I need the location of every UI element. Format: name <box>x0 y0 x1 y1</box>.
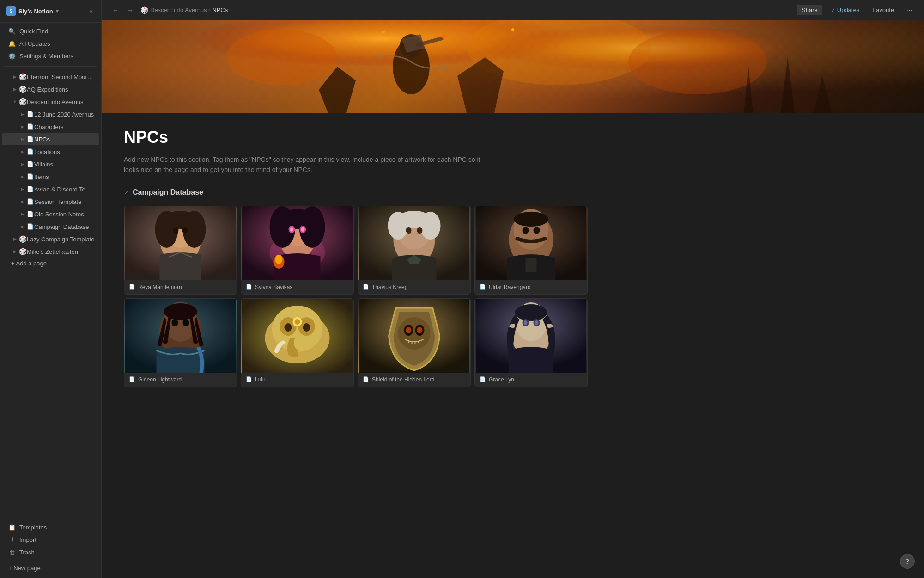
nav-emoji: 🎲 <box>18 247 27 256</box>
page-content: NPCs Add new NPCs to this section. Tag t… <box>102 20 924 578</box>
svg-point-40 <box>417 227 423 234</box>
card-name: Gideon Lightward <box>138 376 182 383</box>
sidebar-item-lazy[interactable]: ▶ 🎲 Lazy Campaign Template <box>2 233 99 245</box>
section-title: Campaign Database <box>133 188 203 197</box>
sidebar-add-page[interactable]: + Add a page <box>2 258 99 269</box>
topbar-right: Share ✓ Updates Favorite ··· <box>797 5 917 15</box>
gallery-card-grace[interactable]: 📄 Grace Lyn <box>474 298 588 387</box>
sidebar-item-label: Avrae & Discord Templates <box>34 186 96 193</box>
svg-point-51 <box>164 303 197 320</box>
sidebar-item-npcs[interactable]: ▶ 📄 NPCs <box>2 133 99 145</box>
sidebar-item-templates[interactable]: 📋 Templates <box>3 521 98 533</box>
sidebar-item-eberron[interactable]: ▶ 🎲 Eberron: Second Mourning <box>2 71 99 83</box>
sidebar-item-label: Import <box>19 536 36 543</box>
sidebar-item-locations[interactable]: ▶ 📄 Locations <box>2 146 99 158</box>
updates-label: Updates <box>837 6 859 13</box>
sidebar-divider <box>4 66 97 67</box>
card-label: 📄 Thavius Kreeg <box>358 280 470 294</box>
card-name: Lulu <box>255 376 266 383</box>
hero-art <box>102 20 924 113</box>
breadcrumb-parent[interactable]: Descent into Avernus <box>150 6 207 13</box>
gallery-card-shield[interactable]: 📄 Shield of the Hidden Lord <box>358 298 471 387</box>
sidebar-item-label: Villains <box>34 161 96 168</box>
favorite-btn[interactable]: Favorite <box>868 5 899 15</box>
svg-point-44 <box>514 212 549 227</box>
breadcrumb-current: NPCs <box>212 6 228 13</box>
workspace-icon: S <box>6 6 16 16</box>
nav-arrow-icon: ▶ <box>18 198 26 205</box>
svg-point-68 <box>417 327 423 333</box>
sidebar-item-trash[interactable]: 🗑 Trash <box>3 546 98 558</box>
sidebar-new-page[interactable]: + New page <box>3 562 98 574</box>
doc-icon: 📄 <box>26 172 34 181</box>
workspace-name: Sly's Notion <box>18 8 53 15</box>
sidebar-item-label: AQ Expeditions <box>27 86 96 93</box>
doc-icon: 📄 <box>26 222 34 231</box>
nav-emoji: 🎲 <box>18 98 27 106</box>
sidebar-item-label: Session Template <box>34 198 96 205</box>
card-name: Sylvira Savikas <box>255 284 292 290</box>
sidebar-item-quick-find[interactable]: 🔍 Quick Find <box>3 25 98 37</box>
breadcrumb-emoji: 🎲 <box>140 6 148 14</box>
back-btn[interactable]: ← <box>109 4 122 17</box>
card-label: 📄 Lulu <box>241 373 353 387</box>
breadcrumb-separator: / <box>209 6 211 13</box>
help-btn[interactable]: ? <box>900 554 915 569</box>
doc-icon: 📄 <box>363 376 369 382</box>
svg-point-17 <box>164 211 197 229</box>
sidebar-item-all-updates[interactable]: 🔔 All Updates <box>3 37 98 49</box>
svg-point-38 <box>398 211 431 228</box>
forward-btn[interactable]: → <box>124 4 137 17</box>
sidebar: S Sly's Notion ▾ « 🔍 Quick Find 🔔 All Up… <box>0 0 102 578</box>
sidebar-item-session-template[interactable]: ▶ 📄 Session Template <box>2 196 99 208</box>
sidebar-item-june2020[interactable]: ▶ 📄 12 June 2020 Avernus <box>2 108 99 120</box>
nav-arrow-icon: ▶ <box>18 135 26 143</box>
topbar: ← → 🎲 Descent into Avernus / NPCs Share … <box>102 0 924 20</box>
svg-point-11 <box>511 28 514 31</box>
gallery-card-lulu[interactable]: 📄 Lulu <box>241 298 354 387</box>
gallery-card-uldar[interactable]: 📄 Uldar Ravengard <box>474 206 588 295</box>
nav-arrow-expanded-icon: ▼ <box>11 98 18 105</box>
new-page-label: + New page <box>8 565 41 572</box>
sidebar-item-label: NPCs <box>34 136 96 143</box>
gallery-card-reya[interactable]: 📄 Reya Mantlemorn <box>124 206 237 295</box>
sidebar-item-characters[interactable]: ▶ 📄 Characters <box>2 121 99 133</box>
sidebar-item-label: Campaign Database <box>34 223 96 230</box>
updates-btn[interactable]: ✓ Updates <box>826 5 864 15</box>
section-header: ↗ Campaign Database <box>124 188 588 197</box>
card-label: 📄 Gideon Lightward <box>124 373 237 387</box>
doc-icon: 📄 <box>26 185 34 193</box>
gallery-card-thavius[interactable]: 📄 Thavius Kreeg <box>358 206 471 295</box>
sidebar-item-campaign-db[interactable]: ▶ 📄 Campaign Database <box>2 221 99 233</box>
sidebar-item-villains[interactable]: ▶ 📄 Villains ··· + <box>2 158 99 170</box>
card-portrait <box>124 299 237 373</box>
card-name: Uldar Ravengard <box>489 284 531 290</box>
sidebar-item-items[interactable]: ▶ 📄 Items <box>2 171 99 183</box>
sidebar-collapse-btn[interactable]: « <box>87 6 95 16</box>
sidebar-item-old-session[interactable]: ▶ 📄 Old Session Notes <box>2 208 99 220</box>
sidebar-item-avrae[interactable]: ▶ 📄 Avrae & Discord Templates <box>2 183 99 195</box>
doc-icon: 📄 <box>246 376 252 382</box>
sidebar-item-label: Trash <box>19 549 35 556</box>
sidebar-item-descent[interactable]: ▼ 🎲 Descent into Avernus <box>2 96 99 108</box>
nav-arrow-icon: ▶ <box>18 111 26 118</box>
gallery-card-sylvira[interactable]: 📄 Sylvira Savikas <box>241 206 354 295</box>
sidebar-item-settings[interactable]: ⚙️ Settings & Members <box>3 50 98 62</box>
add-page-label: + Add a page <box>11 260 96 267</box>
sidebar-item-import[interactable]: ⬇ Import <box>3 534 98 546</box>
workspace-header[interactable]: S Sly's Notion ▾ « <box>5 4 97 18</box>
nav-arrow-icon: ▶ <box>11 235 18 243</box>
sidebar-item-aq[interactable]: ▶ 🎲 AQ Expeditions <box>2 83 99 95</box>
svg-point-80 <box>535 320 539 325</box>
card-label: 📄 Uldar Ravengard <box>475 280 587 294</box>
doc-icon: 📄 <box>480 284 486 290</box>
sidebar-item-mikes[interactable]: ▶ 🎲 Mike's Zettelkasten <box>2 246 99 258</box>
more-btn[interactable]: ··· <box>902 5 917 15</box>
svg-point-39 <box>406 227 412 234</box>
gallery-card-gideon[interactable]: 📄 Gideon Lightward <box>124 298 237 387</box>
share-btn[interactable]: Share <box>797 5 822 15</box>
svg-point-45 <box>523 227 529 234</box>
sidebar-item-label: All Updates <box>19 40 50 47</box>
svg-point-19 <box>182 227 188 234</box>
svg-point-46 <box>534 227 540 234</box>
